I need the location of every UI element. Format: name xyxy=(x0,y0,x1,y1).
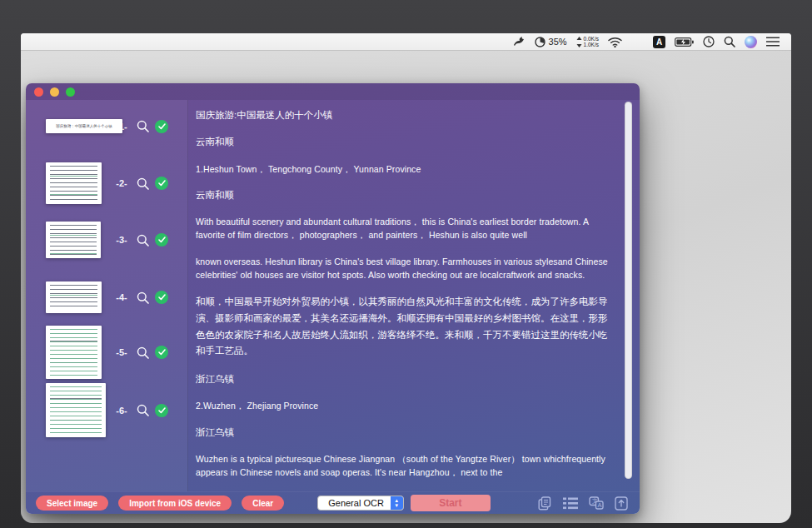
page-number-label: -2- xyxy=(111,178,132,188)
checkmark-icon xyxy=(155,120,168,133)
import-ios-button[interactable]: Import from iOS device xyxy=(118,496,232,511)
start-button[interactable]: Start xyxy=(411,495,491,511)
select-stepper-icon: ▲▼ xyxy=(391,496,403,511)
clock-icon[interactable] xyxy=(703,33,715,51)
svg-text:A: A xyxy=(598,501,602,509)
page-thumbnail-4[interactable] xyxy=(46,281,102,313)
export-icon[interactable] xyxy=(615,496,628,511)
down-speed: 1.0K/s xyxy=(584,42,599,47)
ocr-mode-select[interactable]: General OCR ▲▼ xyxy=(317,496,404,511)
wifi-icon[interactable] xyxy=(608,33,622,51)
checkmark-icon xyxy=(155,346,168,359)
paragraph: known overseas. Heshun library is China'… xyxy=(196,255,615,282)
bottom-toolbar: Select image Import from iOS device Clea… xyxy=(26,491,640,514)
paragraph: 云南和顺 xyxy=(196,135,615,149)
page-row-2: -2- xyxy=(26,162,187,204)
cpu-monitor[interactable]: 35% xyxy=(535,33,567,51)
magnifier-icon[interactable] xyxy=(137,291,149,304)
paragraph: 浙江乌镇 xyxy=(196,372,615,386)
paragraph: 2.Wuzhen， Zhejiang Province xyxy=(196,399,615,412)
page-row-6: -6- xyxy=(26,383,187,437)
paragraph: 云南和顺 xyxy=(196,188,615,202)
thumbnail-caption: 国庆旅游：中国最迷人的十个小镇 xyxy=(46,119,122,133)
page-number-label: -5- xyxy=(111,347,132,357)
checkmark-icon xyxy=(155,233,168,247)
select-image-button[interactable]: Select image xyxy=(36,496,108,511)
minimize-button[interactable] xyxy=(50,87,59,97)
paragraph: 和顺，中国最早开始对外贸易的小镇，以其秀丽的自然风光和丰富的文化传统，成为了许多… xyxy=(196,294,615,360)
paragraph: Wuzhen is a typical picturesque Chinese … xyxy=(196,452,615,480)
page-thumbnail-1[interactable]: 国庆旅游：中国最迷人的十个小镇 xyxy=(46,119,122,133)
ocr-mode-value: General OCR xyxy=(318,498,391,508)
magnifier-icon[interactable] xyxy=(137,404,149,416)
bird-icon[interactable] xyxy=(512,33,526,51)
page-thumbnail-3[interactable] xyxy=(46,222,101,258)
page-row-5: -5- xyxy=(26,326,187,379)
close-button[interactable] xyxy=(34,87,43,97)
page-row-1: 国庆旅游：中国最迷人的十个小镇 -1- xyxy=(26,119,187,133)
magnifier-icon[interactable] xyxy=(137,346,149,359)
network-monitor[interactable]: 0.0K/s 1.0K/s xyxy=(576,33,599,51)
desktop: 35% 0.0K/s 1.0K/s xyxy=(21,33,791,523)
checkmark-icon xyxy=(155,291,168,304)
magnifier-icon[interactable] xyxy=(137,120,149,132)
checkmark-icon xyxy=(155,177,168,190)
page-thumbnail-2[interactable] xyxy=(46,162,102,204)
window-titlebar[interactable] xyxy=(26,83,640,100)
menu-list-icon[interactable] xyxy=(766,33,780,51)
siri-icon[interactable] xyxy=(745,33,757,51)
page-thumbnail-6[interactable] xyxy=(46,383,106,437)
result-list-icon[interactable] xyxy=(563,497,578,510)
menu-bar: 35% 0.0K/s 1.0K/s xyxy=(21,33,791,51)
battery-charging-icon[interactable] xyxy=(675,33,694,51)
page-number-label: -6- xyxy=(111,406,132,416)
monitor-bezel: 35% 0.0K/s 1.0K/s xyxy=(0,0,812,528)
paragraph: 1.Heshun Town， Tengchong County， Yunnan … xyxy=(196,162,615,176)
document-title: 国庆旅游:中国最迷人的十个小镇 xyxy=(196,108,615,122)
input-source-icon[interactable]: A xyxy=(653,33,665,51)
page-number-label: -3- xyxy=(111,235,132,245)
translate-icon[interactable]: 文 A xyxy=(589,496,604,510)
up-speed: 0.0K/s xyxy=(584,36,599,42)
checkmark-icon xyxy=(155,404,168,417)
page-row-3: -3- xyxy=(26,222,187,258)
ocr-app-window: 国庆旅游：中国最迷人的十个小镇 -1- xyxy=(26,83,640,514)
zoom-window-button[interactable] xyxy=(66,87,75,97)
search-icon[interactable] xyxy=(724,33,735,51)
input-source-letter: A xyxy=(653,36,665,48)
updown-arrows-icon xyxy=(576,37,582,47)
network-speeds: 0.0K/s 1.0K/s xyxy=(584,36,599,47)
page-number-label: -4- xyxy=(111,292,132,302)
pie-chart-icon xyxy=(535,37,545,47)
paragraph: With beautiful scenery and abundant cult… xyxy=(196,215,615,242)
page-thumbnail-5[interactable] xyxy=(46,326,102,379)
copy-result-icon[interactable] xyxy=(538,496,552,511)
clear-button[interactable]: Clear xyxy=(242,496,284,511)
pages-sidebar: 国庆旅游：中国最迷人的十个小镇 -1- xyxy=(26,100,188,491)
cpu-percent: 35% xyxy=(549,37,567,47)
magnifier-icon[interactable] xyxy=(137,177,149,190)
vertical-scrollbar[interactable] xyxy=(625,102,632,479)
result-action-icons: 文 A xyxy=(538,496,628,511)
paragraph: 浙江乌镇 xyxy=(196,426,615,440)
ocr-result-text: 国庆旅游:中国最迷人的十个小镇 云南和顺 1.Heshun Town， Teng… xyxy=(188,100,640,491)
magnifier-icon[interactable] xyxy=(137,234,149,247)
page-row-4: -4- xyxy=(26,281,187,313)
